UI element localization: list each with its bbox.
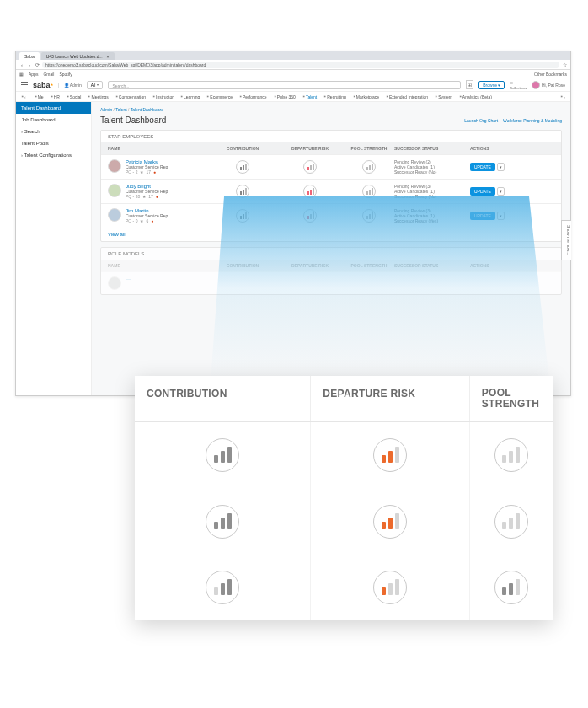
browser-addressbar: ‹ › ⟳ https://onedemo3.sabacloud.com/Sab… xyxy=(16,60,570,70)
nav-talent[interactable]: Talent xyxy=(301,94,318,99)
sidebar-item-search[interactable]: Search xyxy=(16,126,91,137)
view-all-link[interactable]: View all xyxy=(101,228,561,241)
col-pool-strength: POOL STRENGTH xyxy=(344,263,394,268)
svg-rect-2 xyxy=(245,164,247,170)
sidebar-item-talent-dashboard[interactable]: Talent Dashboard xyxy=(16,102,91,114)
sidebar-item-talent-config[interactable]: Talent Configurations xyxy=(16,149,91,161)
nav-hr[interactable]: HR xyxy=(49,94,61,99)
contribution-chart-icon xyxy=(206,505,239,539)
pool-strength-chart-icon xyxy=(494,505,528,539)
hamburger-icon[interactable] xyxy=(21,82,28,88)
nav-learning[interactable]: Learning xyxy=(179,94,201,99)
svg-rect-8 xyxy=(372,164,373,170)
brand-logo[interactable]: saba✶ xyxy=(33,81,53,89)
action-dropdown[interactable]: ▾ xyxy=(497,187,505,196)
zoom-col xyxy=(469,422,553,620)
nav-social[interactable]: Social xyxy=(65,94,83,99)
page-action-links: Launch Org Chart Workforce Planning & Mo… xyxy=(464,118,562,123)
other-bookmarks[interactable]: Other Bookmarks xyxy=(534,72,567,77)
sidebar-item-talent-pools[interactable]: Talent Pools xyxy=(16,137,91,149)
sidebar: Talent Dashboard Job Dashboard Search Ta… xyxy=(16,102,92,395)
nav-system[interactable]: System xyxy=(433,94,454,99)
close-icon[interactable]: × xyxy=(107,54,110,59)
page-title: Talent Dashboard xyxy=(100,115,166,125)
svg-rect-19 xyxy=(243,214,244,219)
nav-performance[interactable]: Performance xyxy=(238,94,269,99)
star-employees-panel: STAR EMPLOYEES NAME CONTRIBUTION DEPARTU… xyxy=(100,130,562,242)
svg-rect-15 xyxy=(366,191,368,195)
search-scope-select[interactable]: All xyxy=(87,81,104,89)
nav-ext-integration[interactable]: Extended Integration xyxy=(384,94,430,99)
employee-name-link[interactable]: — xyxy=(126,276,131,282)
avatar[interactable] xyxy=(108,184,121,197)
departure-risk-chart-icon xyxy=(303,209,317,223)
qr-icon[interactable]: ⊞ xyxy=(466,80,473,89)
svg-rect-9 xyxy=(240,191,242,195)
nav-scroll-right-icon[interactable]: › xyxy=(559,94,567,99)
launch-org-chart-link[interactable]: Launch Org Chart xyxy=(464,118,498,123)
svg-rect-4 xyxy=(310,165,312,170)
action-dropdown[interactable]: ▾ xyxy=(497,163,505,171)
avatar[interactable] xyxy=(532,81,540,89)
departure-risk-chart-icon xyxy=(373,505,407,539)
alert-icon: ● xyxy=(156,194,158,199)
sidebar-item-job-dashboard[interactable]: Job Dashboard xyxy=(16,114,91,126)
reload-icon[interactable]: ⟳ xyxy=(35,62,40,67)
show-me-how-tab[interactable]: Show me how... xyxy=(561,220,571,260)
nav-me[interactable]: Me xyxy=(33,94,45,99)
address-url: https://onedemo3.sabacloud.com/Saba/Web_… xyxy=(45,62,206,67)
nav-meetings[interactable]: Meetings xyxy=(86,94,110,99)
col-contribution: CONTRIBUTION xyxy=(209,146,276,151)
forward-icon[interactable]: › xyxy=(27,62,32,67)
breadcrumb-link[interactable]: Talent xyxy=(115,107,126,112)
search-placeholder: Search... xyxy=(112,83,129,88)
apps-icon[interactable]: ▦ xyxy=(19,72,24,77)
alert-icon: ● xyxy=(153,169,156,174)
update-button[interactable]: UPDATE xyxy=(470,187,495,196)
workforce-planning-link[interactable]: Workforce Planning & Modeling xyxy=(503,118,562,123)
collections-icon[interactable]: □Collections xyxy=(510,80,527,90)
pool-strength-chart-icon xyxy=(362,185,376,198)
main-content: Admin / Talent / Talent Dashboard Talent… xyxy=(92,102,570,395)
table-row: — xyxy=(101,271,561,294)
avatar[interactable] xyxy=(108,276,121,290)
nav-instructor[interactable]: Instructor xyxy=(151,94,175,99)
bookmark-link[interactable]: Gmail xyxy=(43,72,54,77)
browse-button[interactable]: Browse ▾ xyxy=(478,81,505,89)
nav-analytics[interactable]: Analytics (Beta) xyxy=(457,94,494,99)
admin-label-text: Admin xyxy=(70,83,82,88)
browser-tab[interactable]: Saba xyxy=(19,52,40,60)
breadcrumb-link[interactable]: Admin xyxy=(100,107,112,112)
nav-ecommerce[interactable]: Ecommerce xyxy=(205,94,234,99)
table-header: NAME CONTRIBUTION DEPARTURE RISK POOL ST… xyxy=(101,260,561,271)
star-icon[interactable]: ☆ xyxy=(562,62,567,67)
update-button[interactable]: UPDATE xyxy=(470,212,495,220)
update-button[interactable]: UPDATE xyxy=(470,163,495,171)
user-area: □Collections Hi, Pat Rose xyxy=(510,80,565,90)
nav-compensation[interactable]: Compensation xyxy=(114,94,147,99)
avatar[interactable] xyxy=(108,159,121,173)
avatar[interactable] xyxy=(108,208,121,222)
nav-marketplace[interactable]: Marketplace xyxy=(351,94,381,99)
col-pool-strength: POOL STRENGTH xyxy=(344,146,394,151)
brand-logo-text: saba xyxy=(33,81,51,89)
svg-rect-18 xyxy=(240,216,242,219)
nav-scroll-left-icon[interactable]: ‹ xyxy=(19,94,28,99)
breadcrumb-current: Talent Dashboard xyxy=(131,107,163,112)
browser-tab[interactable]: U43 Launch Web Updates.d...× xyxy=(41,52,115,60)
bookmark-link[interactable]: Spotify xyxy=(59,72,72,77)
tab-label: Saba xyxy=(24,54,35,59)
col-actions: ACTIONS xyxy=(470,146,521,151)
action-dropdown[interactable]: ▾ xyxy=(497,212,505,220)
address-field[interactable]: https://onedemo3.sabacloud.com/Saba/Web_… xyxy=(42,62,559,68)
search-input[interactable]: Search... xyxy=(108,81,461,89)
svg-rect-20 xyxy=(245,212,247,219)
svg-rect-24 xyxy=(366,216,368,219)
back-icon[interactable]: ‹ xyxy=(19,62,24,67)
bookmarks-label: Apps xyxy=(29,72,38,77)
table-row: Jim Martin Customer Service Rep PQ - 0 ★… xyxy=(101,203,561,228)
nav-pulse360[interactable]: Pulse 360 xyxy=(272,94,297,99)
svg-rect-6 xyxy=(366,167,368,170)
admin-label[interactable]: 👤 Admin xyxy=(58,83,82,88)
nav-recruiting[interactable]: Recruiting xyxy=(322,94,348,99)
